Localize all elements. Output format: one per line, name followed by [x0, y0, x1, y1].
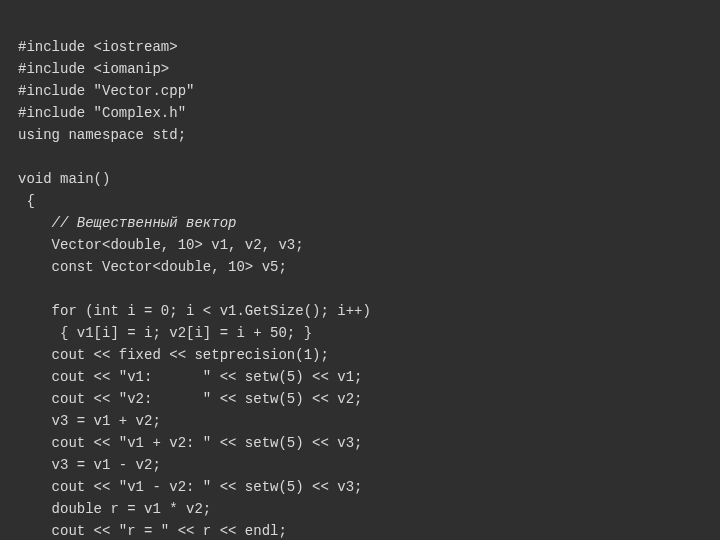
code-line: { v1[i] = i; v2[i] = i + 50; } — [18, 325, 312, 341]
code-block: #include <iostream> #include <iomanip> #… — [0, 0, 720, 540]
code-line: cout << "v1 - v2: " << setw(5) << v3; — [18, 479, 362, 495]
code-line: const Vector<double, 10> v5; — [18, 259, 287, 275]
code-line: #include "Complex.h" — [18, 105, 186, 121]
code-line: cout << "v1 + v2: " << setw(5) << v3; — [18, 435, 362, 451]
code-line: { — [18, 193, 35, 209]
code-line: v3 = v1 - v2; — [18, 457, 161, 473]
code-line: cout << fixed << setprecision(1); — [18, 347, 329, 363]
code-line: #include <iomanip> — [18, 61, 169, 77]
code-line: void main() — [18, 171, 110, 187]
code-line: Vector<double, 10> v1, v2, v3; — [18, 237, 304, 253]
code-line: using namespace std; — [18, 127, 186, 143]
code-line: // Вещественный вектор — [18, 215, 236, 231]
code-line: double r = v1 * v2; — [18, 501, 211, 517]
code-line: cout << "v1: " << setw(5) << v1; — [18, 369, 362, 385]
code-comment: // Вещественный вектор — [52, 215, 237, 231]
code-line: cout << "r = " << r << endl; — [18, 523, 287, 539]
code-line: #include <iostream> — [18, 39, 178, 55]
code-line: #include "Vector.cpp" — [18, 83, 194, 99]
code-line: cout << "v2: " << setw(5) << v2; — [18, 391, 362, 407]
code-line: v3 = v1 + v2; — [18, 413, 161, 429]
code-line: for (int i = 0; i < v1.GetSize(); i++) — [18, 303, 371, 319]
